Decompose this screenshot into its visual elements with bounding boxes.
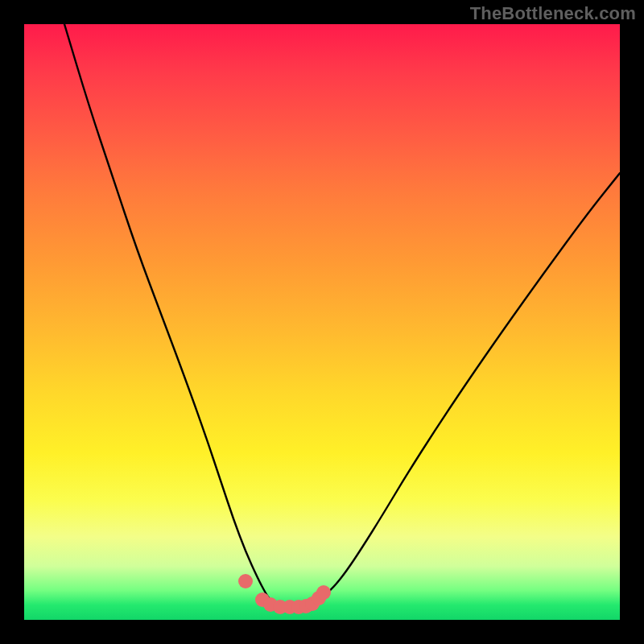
bottleneck-curve [64,24,620,609]
marker-point [238,574,253,588]
plot-area [24,24,620,620]
chart-svg [24,24,620,620]
chart-frame: TheBottleneck.com [0,0,644,644]
marker-group [238,574,331,614]
marker-point [316,585,331,600]
watermark-text: TheBottleneck.com [470,3,636,24]
